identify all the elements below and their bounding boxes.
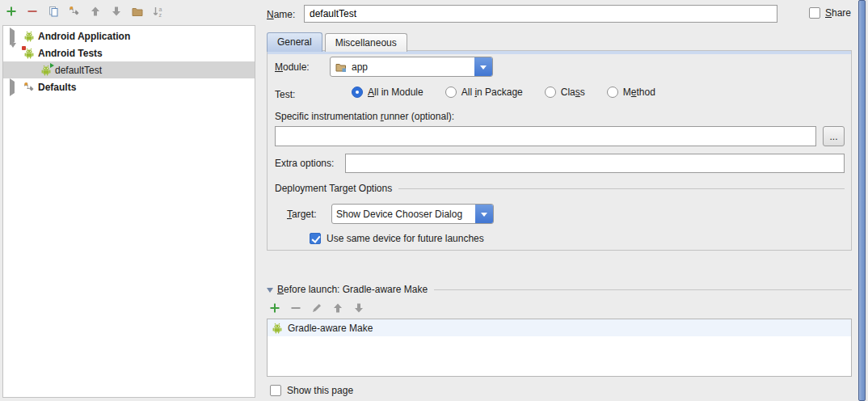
radio-label: All in Package [461,87,523,98]
share-checkbox-row[interactable]: Share [809,7,851,19]
radio-method[interactable]: Method [607,87,655,98]
remove-configuration-icon[interactable] [26,5,39,18]
test-radio-group: All in Module All in Package Class Metho… [352,87,655,98]
target-value: Show Device Chooser Dialog [336,209,462,220]
module-dropdown-arrow-icon[interactable] [474,57,492,76]
target-label: Target: [287,209,317,220]
deployment-target-options-header: Deployment Target Options [275,183,392,194]
tree-item-label: defaultTest [55,65,102,76]
add-configuration-icon[interactable] [5,5,18,18]
before-launch-task-list: Gradle-aware Make [267,319,852,377]
runner-label: Specific instrumentation runner (optiona… [275,111,454,122]
radio-all-in-module[interactable]: All in Module [352,87,423,98]
runner-input[interactable] [275,126,816,146]
expand-collapsed-icon[interactable] [10,82,17,93]
same-device-checkbox[interactable] [310,233,321,244]
android-run-icon [40,64,53,77]
module-value: app [352,61,368,73]
sort-configurations-icon[interactable] [152,5,165,18]
expand-collapsed-icon[interactable] [10,31,17,42]
show-this-page-checkbox[interactable] [270,385,281,396]
android-icon [271,322,284,335]
android-test-icon [23,47,36,60]
radio-icon[interactable] [545,87,556,98]
configurations-tree: Android Application Android Tests defaul… [2,25,255,398]
deployment-target-options-group: Deployment Target Options [275,183,845,194]
tree-item-defaulttest[interactable]: defaultTest [3,61,255,78]
radio-icon[interactable] [607,87,618,98]
same-device-checkbox-row[interactable]: Use same device for future launches [310,233,484,244]
remove-task-icon[interactable] [289,302,302,314]
vertical-scrollbar[interactable] [858,0,867,401]
create-folder-icon[interactable] [131,5,144,18]
radio-class[interactable]: Class [545,87,585,98]
task-label: Gradle-aware Make [288,323,373,334]
scrollbar-thumb[interactable] [858,0,866,401]
name-input[interactable] [304,5,777,23]
wrench-icon [23,81,36,94]
before-launch-header-row: Before launch: Gradle-aware Make [267,284,852,295]
move-up-icon[interactable] [89,5,102,18]
configurations-toolbar [5,5,165,18]
tab-miscellaneous[interactable]: Miscellaneous [325,33,407,52]
tree-item-defaults[interactable]: Defaults [3,78,255,95]
extra-options-input[interactable] [345,154,845,173]
target-dropdown-arrow-icon[interactable] [475,205,493,223]
move-task-up-icon[interactable] [331,302,344,314]
tree-item-android-tests[interactable]: Android Tests [3,44,255,61]
collapse-section-icon[interactable] [267,288,273,293]
share-label: Share [825,7,851,19]
radio-all-in-package[interactable]: All in Package [445,87,523,98]
tree-item-label: Android Tests [38,48,103,59]
share-checkbox[interactable] [809,7,820,19]
tree-item-android-application[interactable]: Android Application [3,27,255,44]
radio-icon[interactable] [445,87,457,98]
edit-task-icon[interactable] [310,302,323,314]
module-folder-icon [335,61,348,74]
same-device-label: Use same device for future launches [327,233,484,244]
tab-general[interactable]: General [267,32,322,52]
move-down-icon[interactable] [110,5,123,18]
test-label: Test: [275,89,295,100]
module-label: Module: [275,61,310,73]
extra-options-label: Extra options: [275,158,334,169]
show-this-page-label: Show this page [287,385,353,396]
android-icon [23,30,36,43]
radio-label: Class [561,87,585,98]
module-combobox[interactable]: app [330,57,493,77]
list-item-gradle-aware-make[interactable]: Gradle-aware Make [268,319,851,336]
show-this-page-checkbox-row[interactable]: Show this page [270,385,353,396]
radio-selected-icon[interactable] [352,87,363,98]
tab-bar: General Miscellaneous [267,32,410,52]
target-combobox[interactable]: Show Device Chooser Dialog [331,204,494,224]
before-launch-header: Before launch: Gradle-aware Make [277,284,428,295]
radio-label: Method [623,87,655,98]
add-task-icon[interactable] [268,302,281,314]
edit-defaults-icon[interactable] [68,5,81,18]
runner-browse-button[interactable]: ... [823,126,845,146]
tree-item-label: Defaults [38,82,76,93]
before-launch-toolbar [268,302,365,314]
copy-configuration-icon[interactable] [47,5,60,18]
collapse-expanded-icon[interactable] [10,48,17,59]
radio-label: All in Module [368,87,423,98]
move-task-down-icon[interactable] [352,302,365,314]
name-label: Name: [267,9,295,20]
tree-item-label: Android Application [38,31,130,42]
